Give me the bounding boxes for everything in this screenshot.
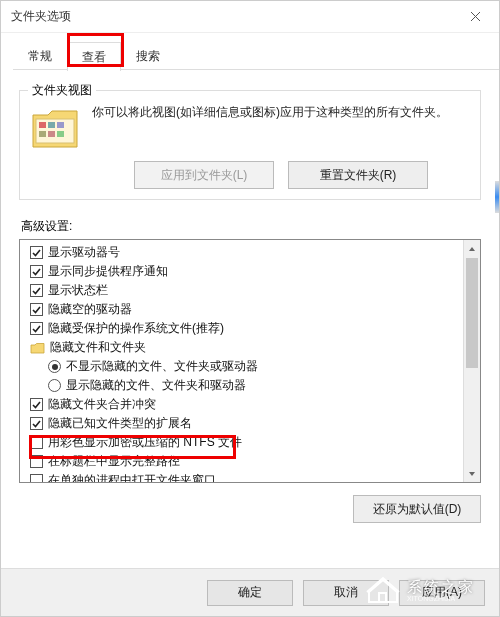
checkbox-icon[interactable] — [30, 455, 43, 468]
svg-rect-5 — [48, 131, 55, 137]
setting-label: 在标题栏中显示完整路径 — [48, 453, 180, 470]
chevron-down-icon — [468, 470, 476, 478]
scroll-up-button[interactable] — [464, 240, 480, 257]
checkbox-icon[interactable] — [30, 436, 43, 449]
restore-defaults-button[interactable]: 还原为默认值(D) — [353, 495, 481, 523]
folder-small-icon — [30, 341, 45, 355]
scrollbar-vertical[interactable] — [463, 240, 480, 482]
ok-button[interactable]: 确定 — [207, 580, 293, 606]
svg-rect-2 — [48, 122, 55, 128]
setting-item[interactable]: 隐藏文件夹合并冲突 — [20, 395, 480, 414]
house-icon — [365, 576, 401, 604]
checkbox-icon[interactable] — [30, 284, 43, 297]
setting-label: 显示隐藏的文件、文件夹和驱动器 — [66, 377, 246, 394]
folder-views-description: 你可以将此视图(如详细信息或图标)应用于这种类型的所有文件夹。 — [92, 103, 448, 151]
tab-label: 常规 — [28, 49, 52, 63]
svg-rect-1 — [39, 122, 46, 128]
setting-item[interactable]: 隐藏受保护的操作系统文件(推荐) — [20, 319, 480, 338]
reset-folders-button[interactable]: 重置文件夹(R) — [288, 161, 428, 189]
titlebar: 文件夹选项 — [1, 1, 499, 33]
folder-options-dialog: 文件夹选项 常规 查看 搜索 文件夹视图 — [0, 0, 500, 617]
svg-rect-7 — [379, 593, 386, 602]
radio-icon[interactable] — [48, 360, 61, 373]
button-label: 还原为默认值(D) — [373, 501, 462, 518]
button-label: 取消 — [334, 584, 358, 601]
setting-label: 在单独的进程中打开文件夹窗口 — [48, 472, 216, 483]
setting-label: 显示驱动器号 — [48, 244, 120, 261]
setting-item[interactable]: 隐藏已知文件类型的扩展名 — [20, 414, 480, 433]
setting-item[interactable]: 隐藏空的驱动器 — [20, 300, 480, 319]
button-label: 重置文件夹(R) — [320, 167, 397, 184]
setting-item[interactable]: 在标题栏中显示完整路径 — [20, 452, 480, 471]
checkbox-icon[interactable] — [30, 303, 43, 316]
setting-item[interactable]: 显示同步提供程序通知 — [20, 262, 480, 281]
checkbox-icon[interactable] — [30, 265, 43, 278]
checkbox-icon[interactable] — [30, 246, 43, 259]
setting-item[interactable]: 不显示隐藏的文件、文件夹或驱动器 — [20, 357, 480, 376]
setting-item[interactable]: 显示隐藏的文件、文件夹和驱动器 — [20, 376, 480, 395]
setting-label: 显示状态栏 — [48, 282, 108, 299]
setting-item[interactable]: 显示状态栏 — [20, 281, 480, 300]
apply-to-folders-button[interactable]: 应用到文件夹(L) — [134, 161, 274, 189]
side-strip-decoration — [495, 181, 499, 213]
checkbox-icon[interactable] — [30, 417, 43, 430]
setting-label: 隐藏已知文件类型的扩展名 — [48, 415, 192, 432]
scrollbar-thumb[interactable] — [466, 258, 478, 368]
folder-icon — [30, 103, 82, 151]
close-button[interactable] — [457, 3, 493, 31]
checkbox-icon[interactable] — [30, 398, 43, 411]
setting-item[interactable]: 在单独的进程中打开文件夹窗口 — [20, 471, 480, 483]
setting-label: 隐藏文件和文件夹 — [50, 339, 146, 356]
scroll-down-button[interactable] — [464, 465, 480, 482]
setting-label: 隐藏空的驱动器 — [48, 301, 132, 318]
tab-view[interactable]: 查看 — [67, 42, 121, 71]
setting-label: 不显示隐藏的文件、文件夹或驱动器 — [66, 358, 258, 375]
tab-label: 搜索 — [136, 49, 160, 63]
chevron-up-icon — [468, 245, 476, 253]
svg-rect-4 — [39, 131, 46, 137]
tab-general[interactable]: 常规 — [13, 41, 67, 70]
tab-search[interactable]: 搜索 — [121, 41, 175, 70]
button-label: 应用到文件夹(L) — [161, 167, 248, 184]
setting-item[interactable]: 隐藏文件和文件夹 — [20, 338, 480, 357]
setting-label: 用彩色显示加密或压缩的 NTFS 文件 — [48, 434, 242, 451]
close-icon — [470, 11, 481, 22]
setting-item[interactable]: 用彩色显示加密或压缩的 NTFS 文件 — [20, 433, 480, 452]
folder-views-group: 文件夹视图 你可以将此视图(如详细信息或图标)应用于这种类型的所有文件夹。 — [19, 90, 481, 200]
advanced-settings-label: 高级设置: — [21, 218, 481, 235]
setting-label: 显示同步提供程序通知 — [48, 263, 168, 280]
window-title: 文件夹选项 — [11, 8, 71, 25]
svg-rect-3 — [57, 122, 64, 128]
watermark-subtext: XITONGZHIJIA — [407, 595, 475, 602]
watermark: 系统之家 XITONGZHIJIA — [365, 570, 493, 610]
advanced-settings-list[interactable]: 显示驱动器号显示同步提供程序通知显示状态栏隐藏空的驱动器隐藏受保护的操作系统文件… — [19, 239, 481, 483]
setting-item[interactable]: 显示驱动器号 — [20, 243, 480, 262]
setting-label: 隐藏受保护的操作系统文件(推荐) — [48, 320, 224, 337]
checkbox-icon[interactable] — [30, 474, 43, 483]
checkbox-icon[interactable] — [30, 322, 43, 335]
button-label: 确定 — [238, 584, 262, 601]
tab-content: 文件夹视图 你可以将此视图(如详细信息或图标)应用于这种类型的所有文件夹。 — [1, 70, 499, 533]
tab-label: 查看 — [82, 50, 106, 64]
svg-rect-6 — [57, 131, 64, 137]
tab-strip: 常规 查看 搜索 — [1, 33, 499, 70]
radio-icon[interactable] — [48, 379, 61, 392]
group-title: 文件夹视图 — [28, 82, 96, 99]
setting-label: 隐藏文件夹合并冲突 — [48, 396, 156, 413]
